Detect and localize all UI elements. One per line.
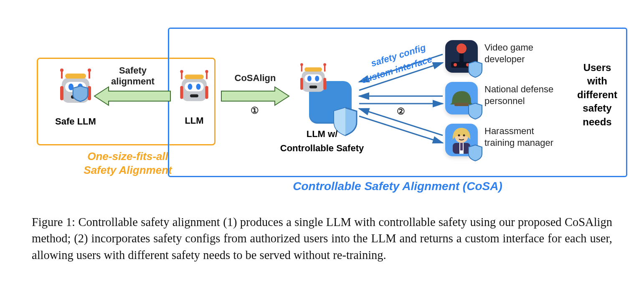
svg-rect-21 (185, 82, 203, 92)
user-2-label: National defense personnel (484, 84, 553, 107)
svg-point-31 (300, 63, 303, 66)
svg-line-43 (359, 116, 443, 143)
cosalign-label: CoSAlign (228, 73, 282, 84)
l1: National defense (484, 84, 553, 94)
svg-rect-2 (60, 86, 63, 100)
shield-icon (468, 103, 483, 119)
llm-controllable (292, 60, 334, 101)
l5: needs (583, 116, 611, 127)
user-3-label: Harassment training manager (484, 125, 553, 148)
l1: Video game (484, 42, 533, 53)
safety-alignment-arrow (92, 84, 171, 109)
svg-rect-28 (300, 78, 303, 89)
l1: Safety (119, 65, 147, 76)
svg-rect-34 (304, 74, 322, 83)
llm: LLM (171, 66, 217, 126)
helmet-tile (445, 82, 478, 114)
svg-point-47 (454, 63, 457, 66)
figure-caption: Figure 1: Controllable safety alignment … (32, 214, 612, 263)
llm-label: LLM (171, 115, 217, 126)
svg-rect-53 (460, 143, 463, 150)
manager-tile (445, 124, 478, 156)
svg-marker-25 (221, 87, 289, 105)
svg-point-7 (88, 69, 91, 72)
step-2-badge: ② (397, 106, 405, 117)
l1: Users (583, 62, 611, 73)
cosalign-arrow (220, 84, 291, 109)
shield-icon (468, 61, 483, 78)
shield-icon (468, 145, 483, 161)
svg-rect-16 (205, 86, 208, 99)
l2: alignment (111, 76, 155, 86)
l2: training manager (484, 137, 553, 148)
l3: different (577, 89, 617, 100)
l4: safety (583, 102, 611, 114)
svg-point-18 (180, 70, 183, 73)
svg-point-22 (188, 84, 193, 90)
svg-point-5 (60, 69, 63, 72)
svg-point-55 (463, 135, 465, 137)
safety-alignment-label: Safety alignment (99, 65, 166, 87)
svg-point-46 (456, 43, 467, 53)
l1: Harassment (484, 126, 534, 136)
safe-llm-label: Safe LLM (44, 116, 107, 127)
cosa-label: Controllable Safety Alignment (CoSA) (168, 180, 627, 193)
robot-icon (294, 60, 332, 101)
svg-point-35 (307, 76, 312, 81)
svg-point-23 (196, 84, 201, 90)
svg-rect-29 (323, 78, 326, 89)
svg-marker-12 (94, 87, 170, 105)
l2: developer (484, 54, 525, 64)
svg-point-20 (205, 70, 208, 73)
svg-rect-37 (309, 86, 317, 89)
svg-rect-14 (185, 74, 203, 79)
l2: personnel (484, 96, 525, 106)
diagram-stage: One-size-fits-all Safety Alignment Contr… (0, 0, 644, 209)
robot-icon (173, 66, 215, 112)
svg-point-33 (323, 63, 326, 66)
svg-rect-15 (180, 86, 183, 99)
step-1-badge: ① (251, 105, 259, 116)
users-heading: Users with different safety needs (572, 61, 622, 129)
l2: with (587, 75, 607, 86)
text: One-size-fits-all Safety Alignment (84, 150, 172, 176)
svg-rect-24 (190, 94, 198, 97)
svg-point-36 (315, 76, 319, 81)
user-1-label: Video game developer (484, 42, 533, 65)
svg-rect-49 (454, 103, 469, 106)
svg-point-54 (458, 135, 460, 137)
joystick-tile (445, 40, 478, 73)
svg-rect-27 (304, 67, 322, 71)
svg-rect-1 (65, 74, 86, 79)
